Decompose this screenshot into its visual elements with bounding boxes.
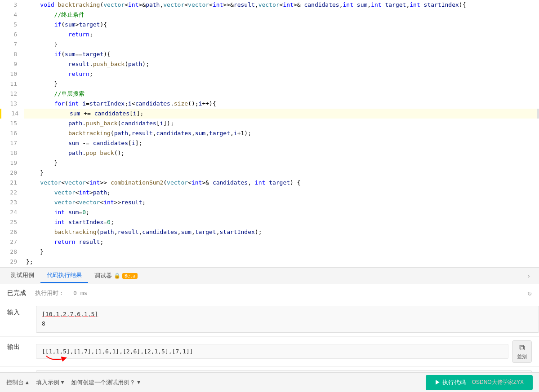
beta-badge: Beta [122,273,138,279]
input-label: 输入 [0,302,36,336]
code-line-7: 7 } [0,40,539,49]
code-line-20: 20 } [0,168,539,178]
input-line2: 8 [42,320,45,327]
code-line-13: 13 for(int i=startIndex;i<candidates.siz… [0,99,539,109]
code-line-19: 19 } [0,158,539,168]
code-line-9: 9 result.push_back(path); [0,59,539,69]
code-line-25: 25 int startIndex=0; [0,217,539,227]
code-line-5: 5 if(sum>target){ [0,20,539,30]
result-header: 已完成 执行用时： 0 ms ↻ [0,284,539,302]
code-line-28: 28 } [0,247,539,257]
code-line-16: 16 backtracking(path,result,candidates,s… [0,128,539,138]
tabs-bar: 测试用例 代码执行结果 调试器 🔒 Beta › [0,267,539,284]
expected-row: 预期结果 [[1,1,6],[1,1,5],[1,7],[2,6]] [0,367,539,372]
bottom-left: 控制台 ▲ 填入示例 ▼ 如何创建一个测试用例？ ▼ [6,379,140,387]
console-label: 控制台 [6,379,24,387]
console-chevron-icon: ▲ [26,379,29,385]
code-line-24: 24 int sum=0; [0,207,539,217]
diff-label: 差别 [517,353,527,360]
code-line-10: 10 return; [0,69,539,79]
diff-button[interactable]: ⧉ 差别 [512,340,532,363]
code-line-27: 27 return result; [0,237,539,247]
input-line1: [10,1,2,7,6,1,5] [42,311,98,317]
how-create-chevron-icon: ▼ [137,379,140,385]
code-line-15: 15 path.push_back(candidates[i]); [0,119,539,128]
code-line-11: 11 } [0,79,539,89]
run-label: ▶ 执行代码 [435,379,466,387]
how-create-link[interactable]: 如何创建一个测试用例？ ▼ [71,379,140,387]
code-line-6: 6 return; [0,30,539,40]
fill-example-label: 填入示例 [36,379,59,387]
code-editor: 3 void backtracking(vector<int>&path,vec… [0,0,539,267]
how-create-label: 如何创建一个测试用例？ [71,379,135,387]
lock-icon: 🔒 [114,273,120,279]
status-badge: 已完成 [7,289,26,297]
tab-test-case[interactable]: 测试用例 [4,269,40,283]
code-line-23: 23 vector<vector<int>>result; [0,198,539,207]
code-line-3: 3 void backtracking(vector<int>&path,vec… [0,0,539,10]
tab-debugger-label: 调试器 [94,272,112,280]
code-line-26: 26 backtracking(path,result,candidates,s… [0,227,539,237]
code-line-12: 12 //单层搜索 [0,89,539,99]
output-content: [[1,1,5],[1,7],[1,6,1],[2,6],[2,1,5],[7,… [36,344,508,359]
output-content-wrapper: [[1,1,5],[1,7],[1,6,1],[2,6],[2,1,5],[7,… [36,337,539,366]
code-line-21: 21 vector<vector<int>> combinationSum2(v… [0,178,539,188]
exec-time-value: 0 ms [73,290,87,296]
code-line-17: 17 sum -= candidates[i]; [0,138,539,148]
run-button[interactable]: ▶ 执行代码 OSDNO大佬学家ZYX [426,375,533,390]
annotation-arrow-output [44,354,71,363]
diff-icon: ⧉ [519,343,525,352]
results-area: 已完成 执行用时： 0 ms ↻ 输入 [10,1,2,7,6,1,5] 8 输… [0,284,539,372]
watermark-text: OSDNO大佬学家ZYX [472,379,524,386]
fill-example-chevron-icon: ▼ [61,379,64,385]
chevron-right-icon[interactable]: › [523,272,535,280]
output-row: 输出 [[1,1,5],[1,7],[1,6,1],[2,6],[2,1,5],… [0,337,539,367]
tab-execution-result[interactable]: 代码执行结果 [40,269,88,283]
code-line-4: 4 //终止条件 [0,10,539,20]
exec-time-label: 执行用时： [35,289,64,297]
code-line-18: 18 path.pop_back(); [0,148,539,158]
expected-label: 预期结果 [0,367,36,372]
code-line-8: 8 if(sum==target){ [0,49,539,59]
code-line-22: 22 vector<int>path; [0,188,539,198]
input-row: 输入 [10,1,2,7,6,1,5] 8 [0,302,539,337]
code-line-29: 29 }; [0,257,539,267]
fill-example-link[interactable]: 填入示例 ▼ [36,379,64,387]
bottom-bar: 控制台 ▲ 填入示例 ▼ 如何创建一个测试用例？ ▼ ▶ 执行代码 OSDNO大… [0,372,539,392]
refresh-icon[interactable]: ↻ [527,289,532,297]
bottom-right: ▶ 执行代码 OSDNO大佬学家ZYX [426,375,533,390]
code-line-14: 14 sum += candidates[i]; [0,109,539,119]
tab-debugger[interactable]: 调试器 🔒 Beta [88,269,144,282]
input-content: [10,1,2,7,6,1,5] 8 [36,306,539,333]
output-label: 输出 [0,337,36,366]
expected-content: [[1,1,6],[1,1,5],[1,7],[2,6]] [36,370,532,372]
console-link[interactable]: 控制台 ▲ [6,379,29,387]
